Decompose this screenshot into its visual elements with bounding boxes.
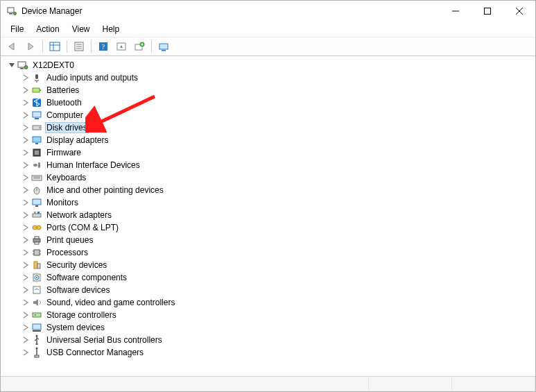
tree-item-sound[interactable]: Sound, video and game controllers <box>1 296 535 309</box>
chevron-right-icon[interactable] <box>20 334 31 346</box>
chevron-right-icon[interactable] <box>20 185 31 196</box>
tree-item-swdev[interactable]: Software devices <box>1 284 535 296</box>
tree-item-audio[interactable]: Audio inputs and outputs <box>1 71 535 84</box>
chevron-right-icon[interactable] <box>20 147 31 158</box>
close-button[interactable] <box>503 1 535 22</box>
chevron-right-icon[interactable] <box>20 85 31 96</box>
chevron-right-icon[interactable] <box>20 122 31 133</box>
chevron-right-icon[interactable] <box>20 247 31 258</box>
scan-hardware-button[interactable] <box>156 39 171 54</box>
chevron-right-icon[interactable] <box>20 322 31 333</box>
tree-item-label: Mice and other pointing devices <box>45 185 165 195</box>
chevron-right-icon[interactable] <box>20 259 31 271</box>
keyboard-icon <box>31 172 42 183</box>
tree-item-label: Audio inputs and outputs <box>45 73 139 83</box>
svg-rect-4 <box>485 8 491 15</box>
tree-item-network[interactable]: Network adapters <box>1 209 535 221</box>
tree-item-computer[interactable]: Computer <box>1 109 535 121</box>
chevron-right-icon[interactable] <box>20 197 31 208</box>
separator <box>42 40 43 53</box>
tree-item-usbconn[interactable]: USB Connector Managers <box>1 346 535 359</box>
svg-rect-22 <box>20 68 24 69</box>
console-tree-button[interactable] <box>47 39 62 54</box>
tree-item-cpu[interactable]: Processors <box>1 246 535 259</box>
tree-item-display[interactable]: Display adapters <box>1 134 535 146</box>
chevron-right-icon[interactable] <box>20 135 31 146</box>
tree-item-usb[interactable]: Universal Serial Bus controllers <box>1 334 535 346</box>
menu-action[interactable]: Action <box>31 23 64 35</box>
tree-item-keyboard[interactable]: Keyboards <box>1 171 535 184</box>
tree-item-label: Network adapters <box>45 210 113 220</box>
tree-item-swcomp[interactable]: Software components <box>1 271 535 284</box>
tree-item-bluetooth[interactable]: Bluetooth <box>1 96 535 109</box>
tree-item-battery[interactable]: Batteries <box>1 84 535 96</box>
swcomp-icon <box>31 272 42 283</box>
help-button[interactable]: ? <box>96 39 111 54</box>
chevron-right-icon[interactable] <box>20 347 31 358</box>
svg-rect-1 <box>9 13 12 15</box>
window-title: Device Manager <box>21 6 440 16</box>
tree-item-label: Display adapters <box>45 135 110 145</box>
menu-file[interactable]: File <box>5 23 29 35</box>
chevron-right-icon[interactable] <box>20 110 31 121</box>
firmware-icon <box>31 147 42 158</box>
chevron-right-icon[interactable] <box>20 272 31 283</box>
tree-item-system[interactable]: System devices <box>1 321 535 334</box>
tree-item-storage[interactable]: Storage controllers <box>1 309 535 321</box>
tree-root[interactable]: X12DEXT0 <box>1 59 535 71</box>
chevron-right-icon[interactable] <box>20 97 31 108</box>
swdev-icon <box>31 284 42 296</box>
tree-item-label: Bluetooth <box>45 98 83 108</box>
tree-item-label: Print queues <box>45 235 94 245</box>
tree-item-label: Universal Serial Bus controllers <box>45 335 164 345</box>
uninstall-button[interactable] <box>132 39 147 54</box>
minimize-button[interactable] <box>440 1 472 22</box>
usbconn-icon <box>31 347 42 358</box>
tree-item-ports[interactable]: Ports (COM & LPT) <box>1 221 535 234</box>
tree-item-label: Software components <box>45 273 128 282</box>
security-icon <box>31 259 42 271</box>
tree-item-label: System devices <box>45 323 106 332</box>
tree-item-firmware[interactable]: Firmware <box>1 146 535 159</box>
tree-item-monitor[interactable]: Monitors <box>1 196 535 209</box>
properties-button[interactable] <box>71 39 87 54</box>
titlebar: Device Manager <box>1 1 535 22</box>
tree-item-label: Disk drives <box>45 122 89 133</box>
svg-rect-19 <box>159 44 168 49</box>
monitor-icon <box>31 197 42 208</box>
tree-item-mouse[interactable]: Mice and other pointing devices <box>1 184 535 196</box>
maximize-button[interactable] <box>472 1 503 22</box>
chevron-right-icon[interactable] <box>20 160 31 171</box>
chevron-down-icon[interactable] <box>6 60 17 71</box>
cpu-icon <box>31 247 42 258</box>
chevron-right-icon[interactable] <box>20 284 31 296</box>
chevron-right-icon[interactable] <box>20 235 31 246</box>
window-controls <box>440 1 535 22</box>
update-driver-button[interactable] <box>114 39 129 54</box>
chevron-right-icon[interactable] <box>20 210 31 221</box>
menubar: File Action View Help <box>1 22 535 37</box>
computer-icon <box>17 60 28 71</box>
chevron-right-icon[interactable] <box>20 309 31 321</box>
chevron-right-icon[interactable] <box>20 297 31 308</box>
nav-forward-button[interactable] <box>23 39 38 54</box>
svg-point-23 <box>24 66 28 69</box>
device-tree[interactable]: X12DEXT0 Audio inputs and outputsBatteri… <box>1 56 535 376</box>
chevron-right-icon[interactable] <box>20 72 31 83</box>
separator <box>91 40 92 53</box>
tree-item-label: USB Connector Managers <box>45 348 145 357</box>
tree-item-security[interactable]: Security devices <box>1 259 535 271</box>
svg-point-2 <box>14 12 17 15</box>
usb-icon <box>31 334 42 346</box>
chevron-right-icon[interactable] <box>20 172 31 183</box>
battery-icon <box>31 85 42 96</box>
tree-item-disk[interactable]: Disk drives <box>1 121 535 134</box>
tree-item-printer[interactable]: Print queues <box>1 234 535 246</box>
menu-view[interactable]: View <box>67 23 96 35</box>
svg-rect-7 <box>50 42 60 51</box>
tree-item-hid[interactable]: Human Interface Devices <box>1 159 535 171</box>
menu-help[interactable]: Help <box>97 23 126 35</box>
hid-icon <box>31 160 42 171</box>
nav-back-button[interactable] <box>5 39 20 54</box>
chevron-right-icon[interactable] <box>20 222 31 233</box>
